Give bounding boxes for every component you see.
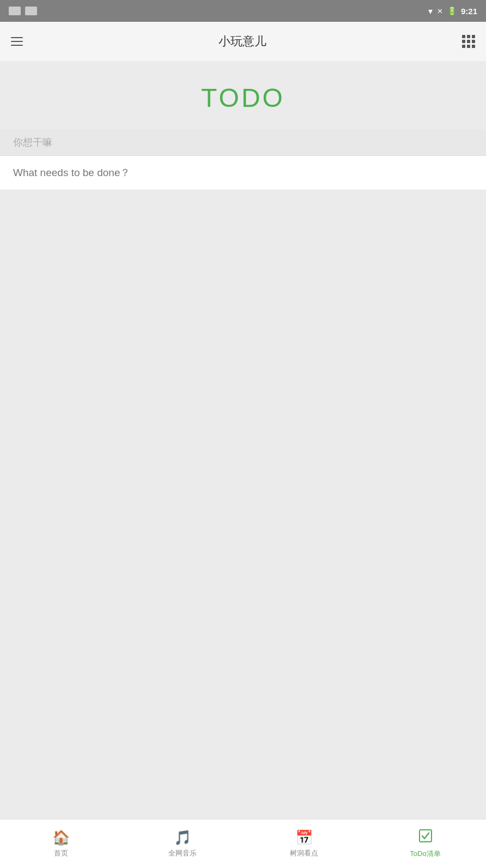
svg-rect-0 xyxy=(420,830,432,842)
section-label-text: 你想干嘛 xyxy=(13,137,52,148)
status-bar: ▾ ✕ 🔋 9:21 xyxy=(0,0,486,22)
nav-label-todo: ToDo清单 xyxy=(410,849,440,859)
todo-title-section: TODO xyxy=(0,61,486,129)
nav-label-home: 首页 xyxy=(54,848,68,858)
empty-area xyxy=(0,190,486,819)
menu-icon-line1 xyxy=(11,37,23,38)
status-bar-right: ▾ ✕ 🔋 9:21 xyxy=(428,6,477,16)
todo-title: TODO xyxy=(201,83,285,112)
menu-icon-line2 xyxy=(11,41,23,42)
main-content: TODO 你想干嘛 xyxy=(0,61,486,819)
battery-icon: 🔋 xyxy=(447,7,457,15)
todo-icon xyxy=(418,829,433,847)
wifi-icon: ▾ xyxy=(428,6,433,16)
calendar-icon: 📅 xyxy=(295,829,313,846)
nav-item-todo[interactable]: ToDo清单 xyxy=(364,819,486,868)
grid-icon xyxy=(462,35,475,48)
grid-menu-button[interactable] xyxy=(462,35,475,48)
menu-icon-line3 xyxy=(11,45,23,46)
todo-input-row[interactable] xyxy=(0,156,486,190)
bottom-nav: 🏠 首页 🎵 全网音乐 📅 树洞看点 ToDo清单 xyxy=(0,819,486,868)
nav-label-music: 全网音乐 xyxy=(168,848,197,858)
todo-input[interactable] xyxy=(13,167,473,179)
nav-item-music[interactable]: 🎵 全网音乐 xyxy=(122,819,243,868)
home-icon: 🏠 xyxy=(52,829,70,846)
nav-item-home[interactable]: 🏠 首页 xyxy=(0,819,122,868)
photo-icon xyxy=(9,7,21,15)
nav-item-calendar[interactable]: 📅 树洞看点 xyxy=(243,819,364,868)
app-icon xyxy=(25,7,37,15)
time-display: 9:21 xyxy=(461,7,477,16)
status-bar-left xyxy=(9,7,37,15)
music-icon: 🎵 xyxy=(174,829,191,846)
section-label: 你想干嘛 xyxy=(0,129,486,156)
app-title: 小玩意儿 xyxy=(218,33,266,50)
nav-label-calendar: 树洞看点 xyxy=(290,848,318,858)
signal-icon: ✕ xyxy=(437,7,443,15)
menu-button[interactable] xyxy=(11,37,23,46)
app-bar: 小玩意儿 xyxy=(0,22,486,61)
